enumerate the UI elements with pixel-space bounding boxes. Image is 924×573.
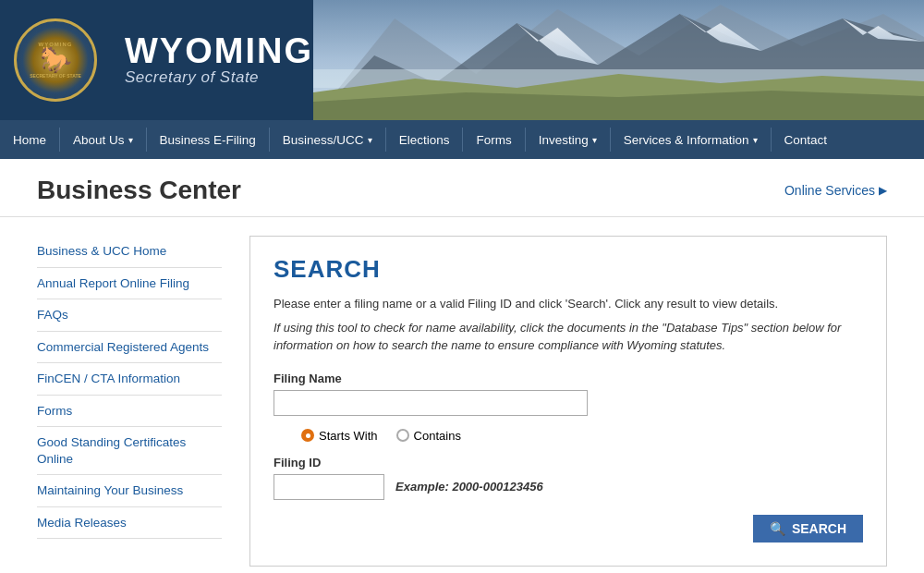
site-state-name: WYOMING <box>125 33 313 68</box>
sidebar-item-fincen[interactable]: FinCEN / CTA Information <box>37 363 222 396</box>
investing-arrow-icon: ▾ <box>592 135 597 145</box>
main-nav: Home About Us ▾ Business E-Filing Busine… <box>0 120 924 159</box>
nav-investing[interactable]: Investing ▾ <box>526 120 610 159</box>
starts-with-option[interactable]: Starts With <box>301 429 378 443</box>
search-button[interactable]: 🔍 SEARCH <box>753 515 863 543</box>
filing-id-example: Example: 2000-000123456 <box>395 480 543 494</box>
sidebar-item-commercial-agents[interactable]: Commercial Registered Agents <box>37 332 222 364</box>
sidebar: Business & UCC Home Annual Report Online… <box>37 236 222 567</box>
search-button-row: 🔍 SEARCH <box>274 515 863 543</box>
site-title-area: WYOMING Secretary of State <box>111 0 313 120</box>
services-arrow-icon: ▾ <box>753 135 758 145</box>
nav-elections[interactable]: Elections <box>386 120 463 159</box>
about-us-arrow-icon: ▾ <box>128 135 133 145</box>
sidebar-item-annual-report[interactable]: Annual Report Online Filing <box>37 268 222 300</box>
filing-id-row: Example: 2000-000123456 <box>274 474 863 500</box>
seal-horse-icon: 🐎 <box>40 47 72 73</box>
nav-about-us[interactable]: About Us ▾ <box>60 120 146 159</box>
filing-name-group: Filing Name <box>274 372 863 416</box>
nav-services-information[interactable]: Services & Information ▾ <box>611 120 771 159</box>
search-section: SEARCH Please enter a filing name or a v… <box>249 236 887 567</box>
starts-with-radio[interactable] <box>301 429 314 442</box>
page-title: Business Center <box>37 176 241 205</box>
online-services-link[interactable]: Online Services ▶ <box>784 183 887 198</box>
site-header: WYOMING 🐎 SECRETARY OF STATE WYOMING Sec… <box>0 0 924 120</box>
nav-home[interactable]: Home <box>0 120 59 159</box>
filing-name-input[interactable] <box>274 390 588 416</box>
filing-name-label: Filing Name <box>274 372 863 385</box>
search-description-line2: If using this tool to check for name ava… <box>274 319 863 355</box>
nav-business-efiling[interactable]: Business E-Filing <box>147 120 269 159</box>
sidebar-item-faqs[interactable]: FAQs <box>37 299 222 332</box>
main-layout: Business & UCC Home Annual Report Online… <box>0 217 924 573</box>
starts-with-label: Starts With <box>319 429 378 443</box>
logo-area: WYOMING 🐎 SECRETARY OF STATE <box>0 0 111 120</box>
nav-forms[interactable]: Forms <box>463 120 524 159</box>
filing-id-group: Filing ID Example: 2000-000123456 <box>274 456 863 500</box>
online-services-arrow-icon: ▶ <box>879 184 887 197</box>
nav-business-ucc[interactable]: Business/UCC ▾ <box>270 120 385 159</box>
sidebar-item-business-ucc-home[interactable]: Business & UCC Home <box>37 236 222 268</box>
search-button-label: SEARCH <box>792 521 846 536</box>
contains-label: Contains <box>414 429 461 443</box>
sidebar-item-good-standing[interactable]: Good Standing Certificates Online <box>37 427 222 475</box>
header-mountain-image <box>313 0 924 120</box>
filing-id-input[interactable] <box>274 474 384 500</box>
sidebar-item-media-releases[interactable]: Media Releases <box>37 507 222 540</box>
search-type-radio-group: Starts With Contains <box>301 429 863 443</box>
nav-contact[interactable]: Contact <box>772 120 841 159</box>
search-description-line1: Please enter a filing name or a valid Fi… <box>274 295 863 313</box>
contains-radio[interactable] <box>396 429 409 442</box>
contains-option[interactable]: Contains <box>396 429 461 443</box>
site-subtitle: Secretary of State <box>125 68 313 87</box>
state-seal: WYOMING 🐎 SECRETARY OF STATE <box>14 18 97 102</box>
search-heading: SEARCH <box>274 255 863 284</box>
search-icon: 🔍 <box>770 521 785 536</box>
sidebar-item-forms[interactable]: Forms <box>37 396 222 428</box>
page-header-bar: Business Center Online Services ▶ <box>0 159 924 217</box>
business-ucc-arrow-icon: ▾ <box>368 135 372 145</box>
sidebar-item-maintaining-business[interactable]: Maintaining Your Business <box>37 475 222 507</box>
filing-id-label: Filing ID <box>274 456 863 469</box>
